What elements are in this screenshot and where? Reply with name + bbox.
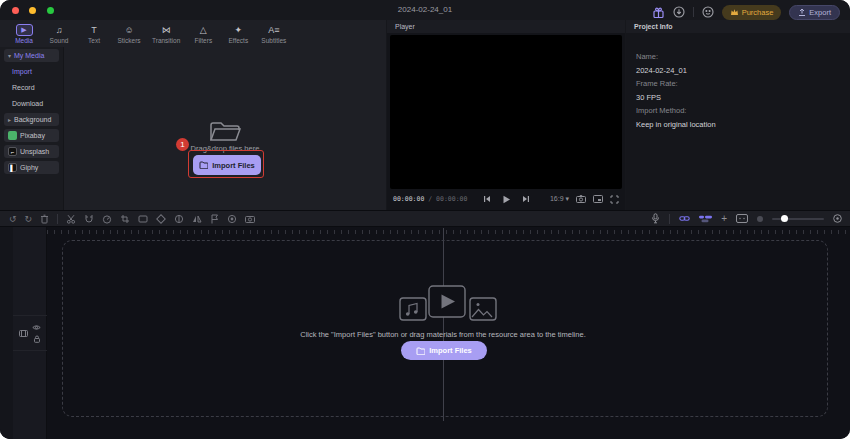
sidebar-item-import[interactable]: Import — [4, 65, 59, 78]
chevron-down-icon: ▾ — [565, 195, 569, 202]
sidebar-item-record[interactable]: Record — [4, 81, 59, 94]
sidebar-item-unsplash[interactable]: ⌐ Unsplash — [4, 145, 59, 158]
purchase-button[interactable]: Purchase — [722, 5, 782, 20]
sidebar-item-pixabay[interactable]: Pixabay — [4, 129, 59, 142]
field-label: Name: — [636, 50, 850, 64]
zoom-out-icon[interactable] — [757, 216, 763, 222]
timeline-zoom-slider[interactable] — [772, 218, 824, 220]
titlebar-actions: Purchase Export — [652, 4, 840, 20]
mask-icon[interactable] — [174, 214, 184, 224]
ratio-icon[interactable] — [138, 214, 148, 224]
crown-icon — [730, 8, 739, 16]
chevron-down-icon: ▾ — [8, 52, 11, 59]
folder-icon — [208, 118, 242, 144]
delete-icon[interactable] — [40, 214, 49, 224]
sidebar-item-giphy[interactable]: ▌ Giphy — [4, 161, 59, 174]
field-label: Import Method: — [636, 104, 850, 118]
fullscreen-icon[interactable] — [610, 195, 619, 204]
zoom-slider-knob[interactable] — [781, 215, 788, 222]
voiceover-mic-icon[interactable] — [651, 213, 660, 224]
track-lock-icon[interactable] — [33, 335, 41, 343]
snapshot-icon[interactable] — [576, 195, 586, 203]
undo-icon[interactable]: ↺ — [9, 214, 17, 224]
crop-icon[interactable] — [120, 214, 130, 224]
media-sidebar: ▾ My Media Import Record Download ▸ Back… — [0, 47, 64, 210]
resource-tab-bar: ▶ Media ♫ Sound T Text ☺ Stickers ⋈ Tran… — [0, 20, 286, 47]
zoom-fit-icon[interactable] — [833, 214, 842, 223]
account-avatar-icon[interactable] — [702, 6, 714, 18]
link-icon[interactable] — [679, 214, 690, 223]
player-title: Player — [395, 23, 415, 30]
tab-sound[interactable]: ♫ Sound — [47, 24, 71, 44]
titlebar-divider — [693, 7, 694, 17]
text-tab-icon: T — [91, 24, 97, 36]
track-manager-icon[interactable] — [699, 215, 712, 223]
time-ruler[interactable] — [47, 230, 850, 234]
unsplash-icon: ⌐ — [8, 147, 17, 156]
player-controls: 00:00:00 / 00:00:00 16:9 ▾ — [387, 191, 625, 207]
tab-subtitles[interactable]: A≡ Subtitles — [261, 24, 286, 44]
previous-frame-icon[interactable] — [483, 195, 491, 203]
mirror-icon[interactable] — [192, 214, 202, 224]
field-value: 2024-02-24_01 — [636, 64, 850, 78]
toolbar-divider — [57, 214, 58, 224]
track-visibility-icon[interactable] — [32, 324, 41, 331]
gift-icon[interactable] — [652, 6, 665, 19]
fit-screen-icon[interactable] — [593, 195, 603, 203]
tab-stickers[interactable]: ☺ Stickers — [117, 24, 141, 44]
film-track-icon[interactable] — [19, 329, 28, 338]
timeline-empty-hint: Click the "Import Files" button or drag … — [175, 330, 711, 339]
next-frame-icon[interactable] — [522, 195, 530, 203]
timeline-area: Click the "Import Files" button or drag … — [0, 227, 850, 439]
tab-media[interactable]: ▶ Media — [12, 24, 36, 44]
media-types-illustration — [388, 284, 498, 328]
magnet-icon[interactable] — [84, 214, 94, 224]
giphy-icon: ▌ — [8, 163, 17, 172]
play-icon[interactable] — [502, 195, 511, 204]
import-files-button[interactable]: Import Files — [401, 341, 487, 360]
marker-icon[interactable] — [210, 214, 219, 224]
tab-filters[interactable]: △ Filters — [191, 24, 215, 44]
redo-icon[interactable]: ↻ — [25, 214, 33, 224]
timeline-options-icon[interactable] — [736, 214, 748, 223]
pixabay-icon — [8, 131, 17, 140]
record-icon[interactable] — [227, 214, 237, 224]
video-track-controls — [13, 315, 47, 351]
export-label: Export — [809, 8, 831, 17]
split-icon[interactable] — [66, 214, 76, 224]
speed-icon[interactable] — [102, 214, 112, 224]
tab-transition[interactable]: ⋈ Transition — [152, 24, 180, 44]
aspect-ratio-select[interactable]: 16:9 ▾ — [550, 195, 569, 203]
track-header — [13, 227, 47, 439]
sidebar-item-background[interactable]: ▸ Background — [4, 113, 59, 126]
transition-tab-icon: ⋈ — [162, 24, 171, 36]
camera-icon[interactable] — [245, 215, 255, 223]
add-track-icon[interactable]: + — [721, 214, 727, 224]
sidebar-item-my-media[interactable]: ▾ My Media — [4, 49, 59, 62]
video-preview[interactable] — [390, 35, 622, 189]
stickers-tab-icon: ☺ — [124, 24, 133, 36]
tab-effects[interactable]: ✦ Effects — [226, 24, 250, 44]
subtitles-tab-icon: A≡ — [268, 24, 279, 36]
timeline-drop-zone[interactable] — [62, 240, 828, 417]
purchase-label: Purchase — [742, 8, 774, 17]
export-button[interactable]: Export — [789, 5, 840, 20]
sound-tab-icon: ♫ — [56, 24, 63, 36]
effects-tab-icon: ✦ — [235, 24, 243, 36]
project-fields: Name: 2024-02-24_01 Frame Rate: 30 FPS I… — [626, 33, 850, 131]
annotation-step-badge: 1 — [176, 138, 189, 151]
tab-text[interactable]: T Text — [82, 24, 106, 44]
project-info-panel: Project Info Name: 2024-02-24_01 Frame R… — [626, 20, 850, 210]
timeline-view-tools: + — [651, 213, 842, 224]
title-bar: 2024-02-24_01 — [0, 0, 850, 20]
keyframe-icon[interactable] — [156, 214, 166, 224]
media-library-panel: ▶ Media ♫ Sound T Text ☺ Stickers ⋈ Tran… — [0, 20, 386, 210]
check-update-icon[interactable] — [673, 6, 685, 18]
player-options: 16:9 ▾ — [550, 195, 619, 204]
app-window: 2024-02-24_01 — [0, 0, 850, 439]
chevron-right-icon: ▸ — [8, 116, 11, 123]
sidebar-item-download[interactable]: Download — [4, 97, 59, 110]
timeline-toolbar: ↺ ↻ — [0, 210, 850, 227]
filters-tab-icon: △ — [200, 24, 207, 36]
timeline-tools: ↺ ↻ — [0, 214, 255, 224]
